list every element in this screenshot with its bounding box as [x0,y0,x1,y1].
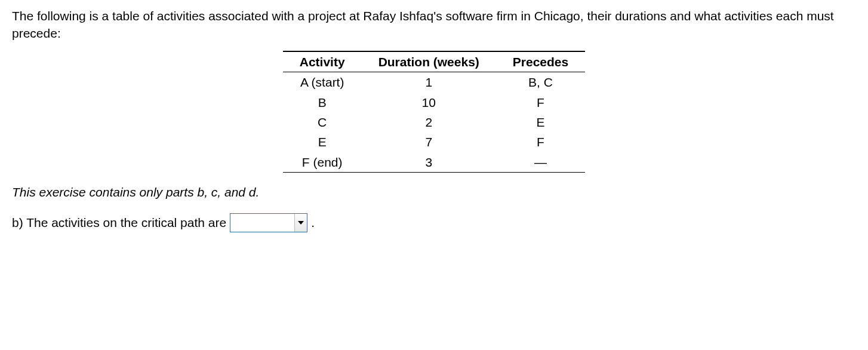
cell-activity: C [283,112,362,132]
table-row: A (start) 1 B, C [283,72,585,93]
cell-activity: B [283,93,362,112]
cell-precedes: — [496,152,585,173]
cell-precedes: B, C [496,72,585,93]
question-b-period: . [311,214,315,231]
cell-duration: 7 [362,132,496,152]
svg-marker-0 [298,221,304,225]
question-b-row: b) The activities on the critical path a… [12,213,856,232]
cell-duration: 10 [362,93,496,112]
question-b-prompt: b) The activities on the critical path a… [12,214,226,231]
critical-path-dropdown[interactable] [230,213,307,232]
cell-duration: 3 [362,152,496,173]
activity-table-container: Activity Duration (weeks) Precedes A (st… [12,51,856,173]
table-row: B 10 F [283,93,585,112]
cell-precedes: E [496,112,585,132]
table-row: E 7 F [283,132,585,152]
cell-activity: E [283,132,362,152]
cell-activity: A (start) [283,72,362,93]
activity-table: Activity Duration (weeks) Precedes A (st… [283,51,585,173]
cell-duration: 1 [362,72,496,93]
col-header-precedes: Precedes [496,51,585,72]
cell-activity: F (end) [283,152,362,173]
cell-duration: 2 [362,112,496,132]
chevron-down-icon [294,214,307,232]
col-header-duration: Duration (weeks) [362,51,496,72]
cell-precedes: F [496,132,585,152]
table-row: F (end) 3 — [283,152,585,173]
table-row: C 2 E [283,112,585,132]
col-header-activity: Activity [283,51,362,72]
intro-text: The following is a table of activities a… [12,7,856,42]
exercise-note: This exercise contains only parts b, c, … [12,183,856,201]
cell-precedes: F [496,93,585,112]
